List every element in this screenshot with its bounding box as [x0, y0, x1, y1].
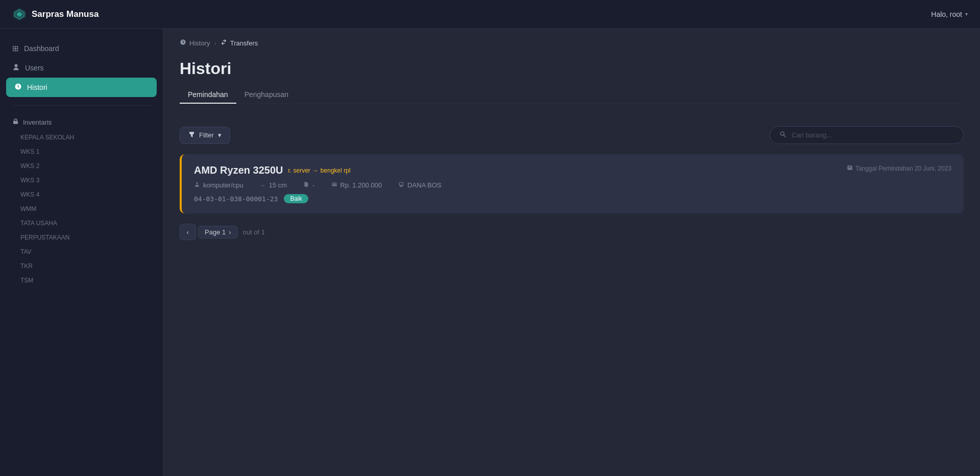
filter-label: Filter	[199, 131, 214, 139]
search-input[interactable]	[792, 131, 954, 139]
price-detail: Rp. 1.200.000	[331, 181, 382, 189]
page-header: Histori Pemindahan Penghapusan	[163, 55, 980, 114]
sidebar-label-histori: Histori	[27, 83, 47, 91]
chevron-down-icon: ▾	[965, 11, 968, 17]
source-value: DANA BOS	[407, 181, 441, 189]
price-icon	[331, 181, 337, 189]
sidebar-sub-perpustakaan[interactable]: PERPUSTAKAAN	[0, 230, 163, 245]
sidebar-sub-wks4[interactable]: WKS 4	[0, 187, 163, 202]
sidebar-sub-tav[interactable]: TAV	[0, 245, 163, 259]
doc-icon	[303, 181, 309, 189]
out-of-label: out of 1	[243, 228, 265, 236]
sidebar-sub-wmm[interactable]: WMM	[0, 202, 163, 216]
pagination: ‹ Page 1 › › out of 1	[180, 224, 964, 240]
toolbar: Filter ▾	[180, 126, 964, 144]
sidebar-sub-tata-usaha[interactable]: TATA USAHA	[0, 216, 163, 230]
brand: Sarpras Manusa	[12, 7, 99, 21]
next-arrow-icon: ›	[229, 228, 231, 236]
breadcrumb: History › Transfers	[163, 29, 980, 55]
tab-penghapusan[interactable]: Penghapusan	[236, 86, 297, 104]
transfer-to: bengkel rpl	[321, 167, 351, 174]
card-title-group: AMD Ryzen 3250U r. server → bengkel rpl	[194, 164, 351, 176]
dashboard-icon: ⊞	[12, 44, 19, 53]
breadcrumb-history[interactable]: History	[180, 39, 210, 47]
inventaris-title: Inventaris	[23, 118, 52, 126]
history-clock-icon	[180, 39, 186, 47]
transfer-from: r. server	[288, 167, 310, 174]
inventaris-icon	[12, 118, 19, 126]
sidebar-item-users[interactable]: Users	[0, 58, 163, 78]
size-detail: ↔ 15 cm	[260, 181, 287, 189]
sidebar-sub-wks2[interactable]: WKS 2	[0, 159, 163, 173]
page-title: Histori	[180, 59, 964, 78]
users-icon	[12, 63, 20, 73]
breadcrumb-history-label: History	[189, 39, 210, 47]
sidebar-label-dashboard: Dashboard	[24, 44, 59, 53]
filter-chevron-icon: ▾	[218, 131, 222, 139]
card-header: AMD Ryzen 3250U r. server → bengkel rpl …	[194, 164, 951, 176]
condition-badge: Baik	[284, 194, 308, 203]
item-name: AMD Ryzen 3250U	[194, 164, 283, 176]
sidebar-item-dashboard[interactable]: ⊞ Dashboard	[0, 39, 163, 58]
inventaris-section: Inventaris	[0, 114, 163, 130]
page-current: Page 1 ›	[198, 226, 238, 239]
breadcrumb-separator: ›	[214, 39, 216, 47]
transfers-icon	[220, 39, 227, 47]
search-icon	[779, 131, 787, 139]
breadcrumb-transfers-label: Transfers	[230, 39, 258, 47]
user-greeting: Halo, root	[931, 10, 962, 18]
sidebar-sub-tsm[interactable]: TSM	[0, 273, 163, 288]
category-detail: komputer/cpu	[194, 181, 243, 189]
sidebar-sub-kepala-sekolah[interactable]: KEPALA SEKOLAH	[0, 130, 163, 145]
item-card: AMD Ryzen 3250U r. server → bengkel rpl …	[180, 154, 964, 213]
size-value: 15 cm	[269, 181, 287, 189]
doc-value: -	[312, 181, 314, 189]
category-icon	[194, 181, 200, 189]
sidebar-sub-tkr[interactable]: TKR	[0, 259, 163, 273]
tabs: Pemindahan Penghapusan	[180, 86, 964, 104]
filter-icon	[188, 131, 195, 139]
doc-detail: -	[303, 181, 314, 189]
filter-button[interactable]: Filter ▾	[180, 127, 230, 144]
calendar-icon	[847, 164, 853, 172]
histori-icon	[14, 83, 22, 92]
content-area: Filter ▾ AMD Ryzen 3250U r. server	[163, 114, 980, 252]
sidebar: ⊞ Dashboard Users Histori Inventaris KEP…	[0, 29, 163, 476]
sidebar-item-histori[interactable]: Histori	[6, 78, 157, 97]
card-footer: 04-03-01-038-00001-23 Baik	[194, 194, 951, 203]
search-box	[770, 126, 964, 144]
source-detail: DANA BOS	[398, 181, 441, 189]
prev-icon: ‹	[187, 228, 189, 236]
size-icon: ↔	[260, 182, 266, 189]
category-value: komputer/cpu	[203, 181, 243, 189]
date-label: Tanggal Pemindahan 20 Juni, 2023	[855, 165, 951, 172]
main-content: History › Transfers Histori Pemindahan P…	[163, 29, 980, 476]
prev-page-button[interactable]: ‹	[180, 224, 196, 240]
breadcrumb-current: Transfers	[220, 39, 258, 47]
sidebar-divider	[12, 105, 151, 106]
topnav: Sarpras Manusa Halo, root ▾	[0, 0, 980, 29]
page-number: Page 1	[205, 228, 226, 236]
brand-name: Sarpras Manusa	[32, 9, 99, 19]
item-code: 04-03-01-038-00001-23	[194, 195, 278, 203]
sidebar-sub-wks3[interactable]: WKS 3	[0, 173, 163, 187]
user-menu[interactable]: Halo, root ▾	[931, 10, 968, 18]
tab-pemindahan[interactable]: Pemindahan	[180, 86, 236, 104]
card-date: Tanggal Pemindahan 20 Juni, 2023	[847, 164, 951, 172]
price-value: Rp. 1.200.000	[340, 181, 382, 189]
sidebar-label-users: Users	[25, 64, 44, 72]
brand-icon	[12, 7, 27, 21]
transfer-arrow-icon: →	[312, 167, 318, 174]
transfer-route: r. server → bengkel rpl	[288, 167, 351, 174]
sidebar-sub-wks1[interactable]: WKS 1	[0, 145, 163, 159]
card-details: komputer/cpu ↔ 15 cm -	[194, 181, 951, 189]
source-icon	[398, 181, 404, 189]
